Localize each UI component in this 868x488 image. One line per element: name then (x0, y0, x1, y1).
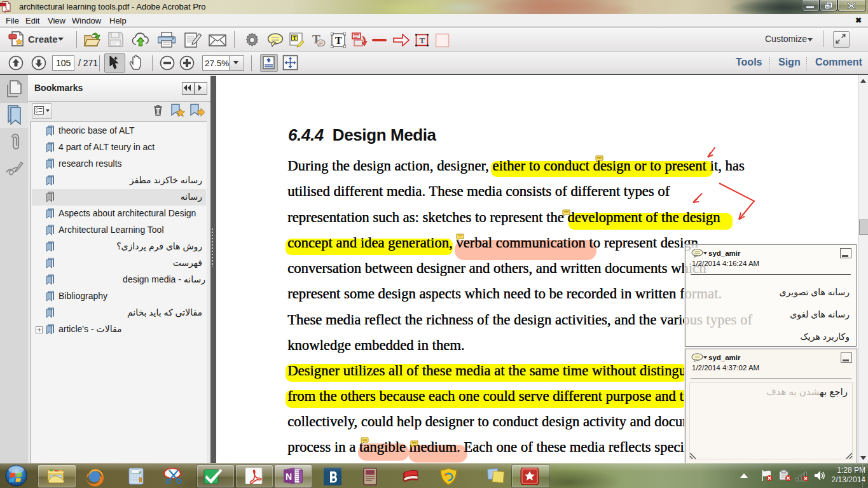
svg-text:0: 0 (139, 470, 141, 475)
svg-text:T: T (293, 35, 297, 41)
svg-text:N: N (286, 471, 292, 482)
svg-text:T: T (335, 35, 342, 46)
svg-text:T: T (420, 36, 425, 45)
